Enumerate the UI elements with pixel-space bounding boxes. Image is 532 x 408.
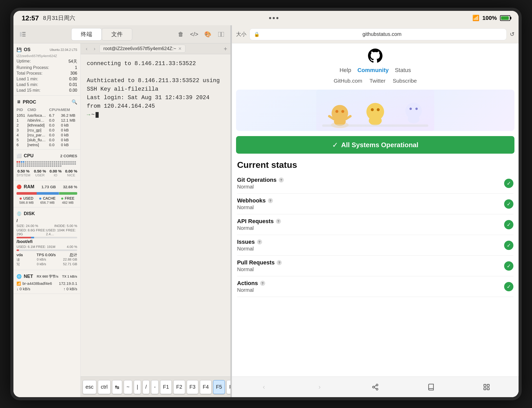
nav-help[interactable]: Help: [340, 67, 351, 74]
ram-used-val: 586.8 MB: [19, 201, 34, 205]
proc-row-3: 3 [rcu_gp] 0.0 0 kB: [13, 128, 80, 132]
browser-forward-btn[interactable]: ›: [292, 379, 348, 395]
lock-icon: 🔒: [254, 32, 260, 37]
svg-point-10: [341, 110, 344, 113]
disk-root-size: SIZE: 24.00 %: [17, 224, 38, 228]
disk-root-used-seg: [17, 237, 31, 238]
key-f3[interactable]: F3: [187, 380, 198, 394]
key-slash[interactable]: /: [143, 380, 150, 394]
terminal-back-btn[interactable]: ‹: [84, 45, 90, 53]
key-f1[interactable]: F1: [160, 380, 172, 394]
status-item-git-info: Git Operations ? Normal: [237, 177, 504, 190]
reload-btn[interactable]: ↺: [510, 31, 514, 38]
nav-community[interactable]: Community: [357, 67, 389, 74]
add-tab-btn[interactable]: +: [224, 45, 227, 52]
status-item-api: API Requests ? Normal ✓: [237, 214, 513, 235]
os-load5-label: Load 5 min:: [17, 82, 38, 87]
status-item-git-name: Git Operations ?: [237, 177, 504, 183]
issues-help-icon[interactable]: ?: [257, 239, 262, 245]
terminal-forward-btn[interactable]: ›: [92, 45, 98, 53]
tab-terminal[interactable]: 终端: [71, 28, 102, 41]
webhooks-help-icon[interactable]: ?: [268, 198, 273, 203]
key-tab[interactable]: ↹: [112, 380, 122, 394]
disk-vda: vda TPS 0.00/s 总计 读 0 kB/s 22.88 GB: [13, 252, 80, 268]
disk-root-info: SIZE: 24.00 % INODE: 5.00 %: [13, 224, 80, 228]
git-help-icon[interactable]: ?: [279, 177, 284, 183]
mascot-banner: [236, 90, 514, 131]
cpu-system-val: 0.50 %: [17, 169, 29, 173]
cpu-icon: ⬜: [17, 153, 22, 158]
browser-tabs-btn[interactable]: [459, 379, 514, 395]
status-item-issues: Issues ? Normal ✓: [237, 235, 513, 256]
github-nav: Help Community Status: [232, 43, 519, 76]
key-f6[interactable]: F6: [226, 380, 230, 394]
key-esc[interactable]: esc: [83, 380, 96, 394]
status-item-actions-name: Actions ?: [237, 280, 504, 287]
key-ctrl[interactable]: ctrl: [98, 380, 111, 394]
status-item-pr-name: Pull Requests ?: [237, 259, 504, 266]
browser-share-btn[interactable]: [347, 379, 403, 395]
subnav-subscribe[interactable]: Subscribe: [393, 78, 417, 84]
proc-search-icon[interactable]: 🔍: [72, 99, 77, 105]
browser-bookmarks-btn[interactable]: [403, 379, 459, 395]
net-icon: 🌐: [17, 274, 22, 279]
nav-status[interactable]: Status: [395, 67, 411, 74]
status-check-icon: ✓: [332, 141, 338, 149]
disk-icon: 💿: [17, 211, 22, 216]
api-help-icon[interactable]: ?: [276, 219, 281, 224]
disk-vda-read-total: 22.88 GB: [63, 257, 77, 262]
sidebar-panel: 💾 OS Ubuntu 22.04.2 LTS iZ2zee6vx657tf5y…: [13, 43, 81, 397]
key-f2[interactable]: F2: [173, 380, 185, 394]
sidebar-toggle-btn[interactable]: [18, 29, 28, 40]
os-uptime-val: 54天: [68, 59, 77, 64]
left-sidebar: 💾 OS Ubuntu 22.04.2 LTS iZ2zee6vx657tf5y…: [13, 43, 230, 397]
ram-bar: [17, 192, 77, 195]
key-f4[interactable]: F4: [200, 380, 212, 394]
actions-help-icon[interactable]: ?: [260, 281, 265, 286]
svg-point-15: [371, 108, 374, 111]
cpu-io-label: IO: [50, 173, 62, 177]
key-dash[interactable]: -: [151, 380, 159, 394]
net-speeds-row: ↓ 0 kB/s ↑ 0 kB/s: [13, 286, 80, 292]
status-item-actions-sub: Normal: [237, 287, 504, 293]
svg-point-20: [415, 108, 418, 110]
pr-help-icon[interactable]: ?: [277, 260, 282, 265]
disk-efi-bar: [17, 249, 77, 251]
key-f5[interactable]: F5: [213, 380, 225, 394]
status-item-issues-sub: Normal: [237, 246, 504, 252]
browser-back-btn[interactable]: ‹: [236, 379, 292, 395]
github-logo-container: Help Community Status: [340, 49, 411, 74]
status-bar: 12:57 8月31日周六 📶 100%: [13, 11, 519, 25]
disk-title: DISK: [24, 211, 35, 216]
os-running-label: Running Process:: [17, 65, 49, 70]
net-section: 🌐 NET RX 660 字节/s TX 1 kB/s 📶 br-a4438ba…: [13, 270, 80, 294]
subnav-github[interactable]: GitHub.com: [334, 78, 362, 84]
key-tilde[interactable]: ~: [124, 380, 132, 394]
current-status-title: Current status: [237, 160, 513, 170]
prompt-tilde: ~: [91, 111, 95, 119]
disk-vda-write-total: 52.71 GB: [63, 262, 77, 267]
status-item-git-sub: Normal: [237, 184, 504, 190]
theme-btn[interactable]: 🎨: [202, 29, 213, 40]
delete-btn[interactable]: 🗑: [176, 29, 186, 40]
net-wifi-icon: 📶: [17, 281, 21, 286]
browser-address-bar[interactable]: 🔒 githubstatus.com: [249, 28, 507, 40]
status-item-issues-icon: ✓: [504, 241, 513, 250]
disk-section: 💿 DISK / SIZE: 24.00 % INODE: 5.00 % USE…: [13, 207, 80, 270]
current-status-section: Current status Git Operations ? Normal ✓: [232, 157, 519, 300]
terminal-line-2: Authticated to 8.146.211.33:53522 using …: [87, 76, 224, 93]
terminal-tab-close[interactable]: ✕: [178, 46, 182, 51]
tab-file[interactable]: 文件: [102, 28, 132, 41]
disk-root-used-val: USED: 8.6G FREE: 29G: [17, 228, 46, 236]
subnav-twitter[interactable]: Twitter: [370, 78, 386, 84]
code-btn[interactable]: </>: [189, 29, 199, 40]
cpu-cores: 2 CORES: [60, 154, 77, 158]
svg-rect-1: [22, 32, 26, 33]
terminal-tab-item[interactable]: root@iZ2zee6vx657tf5y4em624Z:~ ✕: [99, 45, 185, 53]
net-down-speed: ↓ 0 kB/s: [17, 287, 30, 291]
disk-header-row: 💿 DISK: [13, 209, 80, 218]
layout-btn[interactable]: [216, 29, 226, 40]
cpu-io-val: 0.00 %: [50, 169, 62, 173]
key-pipe[interactable]: |: [134, 380, 141, 394]
disk-root-bar: [17, 237, 77, 238]
